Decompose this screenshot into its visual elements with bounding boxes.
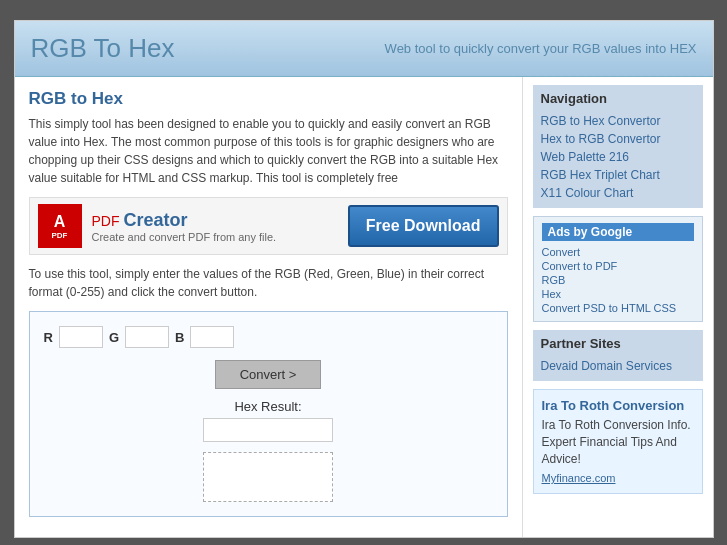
ad-banner: A PDF PDF Creator Create and convert PDF… xyxy=(29,197,508,255)
pdf-icon: A PDF xyxy=(38,204,82,248)
site-tagline: Web tool to quickly convert your RGB val… xyxy=(385,41,697,56)
hex-result-input[interactable] xyxy=(203,418,333,442)
roth-title: Ira To Roth Conversion xyxy=(542,398,694,413)
site-title: RGB To Hex xyxy=(31,33,175,64)
roth-link[interactable]: Myfinance.com xyxy=(542,472,616,484)
partner-title: Partner Sites xyxy=(541,336,695,351)
nav-link-rgb-hex[interactable]: RGB to Hex Convertor xyxy=(541,112,695,130)
r-input[interactable] xyxy=(59,326,103,348)
g-label: G xyxy=(109,330,119,345)
ads-link-convert[interactable]: Convert xyxy=(542,245,694,259)
r-label: R xyxy=(44,330,53,345)
nav-link-x11[interactable]: X11 Colour Chart xyxy=(541,184,695,202)
nav-link-triplet[interactable]: RGB Hex Triplet Chart xyxy=(541,166,695,184)
ads-link-convert-pdf[interactable]: Convert to PDF xyxy=(542,259,694,273)
pdf-creator-name: PDF Creator xyxy=(92,210,338,231)
ads-section: Ads by Google Convert Convert to PDF RGB… xyxy=(533,216,703,322)
ads-link-hex[interactable]: Hex xyxy=(542,287,694,301)
roth-box: Ira To Roth Conversion Ira To Roth Conve… xyxy=(533,389,703,494)
pdf-creator-info: PDF Creator Create and convert PDF from … xyxy=(92,210,338,243)
nav-link-palette[interactable]: Web Palette 216 xyxy=(541,148,695,166)
hex-color-display xyxy=(203,452,333,502)
partner-section: Partner Sites Devaid Domain Services xyxy=(533,330,703,381)
nav-link-hex-rgb[interactable]: Hex to RGB Convertor xyxy=(541,130,695,148)
b-input[interactable] xyxy=(190,326,234,348)
pdf-creator-sub: Create and convert PDF from any file. xyxy=(92,231,338,243)
nav-section: Navigation RGB to Hex Convertor Hex to R… xyxy=(533,85,703,208)
description-text: This simply tool has been designed to en… xyxy=(29,115,508,187)
convert-button[interactable]: Convert > xyxy=(215,360,322,389)
pdf-label: PDF xyxy=(92,213,124,229)
rgb-inputs-row: R G B xyxy=(44,326,493,348)
nav-title: Navigation xyxy=(541,91,695,106)
ads-link-psd-html[interactable]: Convert PSD to HTML CSS xyxy=(542,301,694,315)
partner-link-devaid[interactable]: Devaid Domain Services xyxy=(541,357,695,375)
roth-desc: Ira To Roth Conversion Info. Expert Fina… xyxy=(542,417,694,467)
ads-title: Ads by Google xyxy=(542,223,694,241)
hex-result-label: Hex Result: xyxy=(44,399,493,414)
b-label: B xyxy=(175,330,184,345)
converter-box: R G B Convert > Hex Result: xyxy=(29,311,508,517)
instructions-text: To use this tool, simply enter the value… xyxy=(29,265,508,301)
free-download-button[interactable]: Free Download xyxy=(348,205,499,247)
page-title: RGB to Hex xyxy=(29,89,508,109)
ads-link-rgb[interactable]: RGB xyxy=(542,273,694,287)
pdf-icon-label: A PDF xyxy=(52,212,68,241)
g-input[interactable] xyxy=(125,326,169,348)
